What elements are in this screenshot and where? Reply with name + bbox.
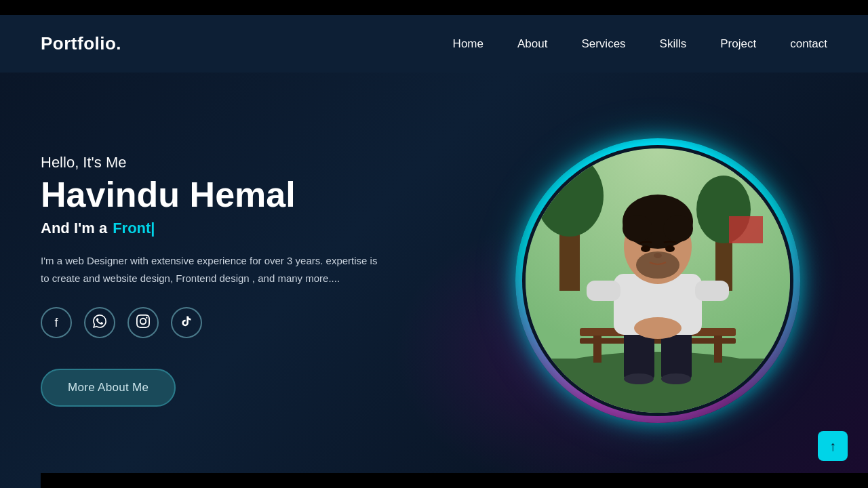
facebook-icon: f bbox=[54, 316, 58, 330]
hero-section: Hello, It's Me Havindu Hemal And I'm a F… bbox=[0, 73, 868, 488]
social-icon-whatsapp[interactable] bbox=[84, 307, 115, 338]
svg-rect-12 bbox=[714, 336, 722, 363]
svg-point-27 bbox=[665, 245, 675, 252]
svg-rect-14 bbox=[661, 331, 692, 379]
nav-item-services[interactable]: Services bbox=[581, 37, 625, 51]
svg-point-20 bbox=[634, 317, 682, 339]
nav-link-skills[interactable]: Skills bbox=[660, 37, 687, 50]
nav-item-skills[interactable]: Skills bbox=[660, 37, 687, 51]
more-about-me-button[interactable]: More About Me bbox=[41, 369, 176, 407]
svg-rect-11 bbox=[593, 336, 601, 363]
hero-role-typed: Front| bbox=[113, 220, 155, 237]
hero-greeting: Hello, It's Me bbox=[41, 154, 434, 171]
nav-item-project[interactable]: Project bbox=[720, 37, 756, 51]
svg-point-16 bbox=[661, 373, 691, 384]
social-links: f bbox=[41, 307, 434, 338]
svg-point-24 bbox=[623, 215, 652, 242]
hero-name: Havindu Hemal bbox=[41, 176, 434, 214]
person-svg bbox=[526, 148, 790, 413]
tiktok-icon bbox=[180, 315, 193, 331]
svg-rect-10 bbox=[580, 338, 736, 344]
whatsapp-icon bbox=[93, 314, 106, 331]
logo[interactable]: Portfolio. bbox=[41, 33, 121, 54]
top-bar bbox=[0, 0, 868, 15]
social-icon-tiktok[interactable] bbox=[171, 307, 202, 338]
svg-rect-19 bbox=[695, 281, 729, 301]
ring-inner bbox=[522, 145, 793, 416]
role-prefix: And I'm a bbox=[41, 220, 107, 237]
nav-link-services[interactable]: Services bbox=[581, 37, 625, 50]
hero-left-content: Hello, It's Me Havindu Hemal And I'm a F… bbox=[41, 154, 434, 407]
bottom-bar bbox=[41, 473, 868, 488]
nav-link-home[interactable]: Home bbox=[453, 37, 484, 50]
nav-links: Home About Services Skills Project conta… bbox=[453, 37, 827, 51]
svg-rect-13 bbox=[624, 331, 654, 379]
hero-role-line: And I'm a Front| bbox=[41, 220, 434, 237]
svg-point-25 bbox=[663, 215, 693, 242]
profile-container bbox=[515, 138, 800, 423]
arrow-up-icon: ↑ bbox=[829, 439, 836, 454]
nav-link-contact[interactable]: contact bbox=[790, 37, 827, 50]
cursor-blink: | bbox=[151, 220, 155, 237]
svg-rect-6 bbox=[729, 216, 763, 243]
navbar: Portfolio. Home About Services Skills Pr… bbox=[0, 15, 868, 73]
nav-link-about[interactable]: About bbox=[517, 37, 547, 50]
svg-point-26 bbox=[641, 245, 650, 252]
nav-item-home[interactable]: Home bbox=[453, 37, 484, 51]
scroll-top-button[interactable]: ↑ bbox=[818, 431, 848, 461]
nav-item-about[interactable]: About bbox=[517, 37, 547, 51]
nav-item-contact[interactable]: contact bbox=[790, 37, 827, 51]
social-icon-facebook[interactable]: f bbox=[41, 307, 72, 338]
profile-ring bbox=[515, 138, 800, 423]
instagram-icon bbox=[136, 314, 150, 331]
hero-bio: I'm a web Designer with extensive experi… bbox=[41, 252, 380, 287]
social-icon-instagram[interactable] bbox=[127, 307, 159, 338]
profile-photo bbox=[526, 148, 790, 413]
nav-link-project[interactable]: Project bbox=[720, 37, 756, 50]
svg-rect-18 bbox=[587, 281, 620, 301]
svg-point-15 bbox=[624, 373, 654, 384]
